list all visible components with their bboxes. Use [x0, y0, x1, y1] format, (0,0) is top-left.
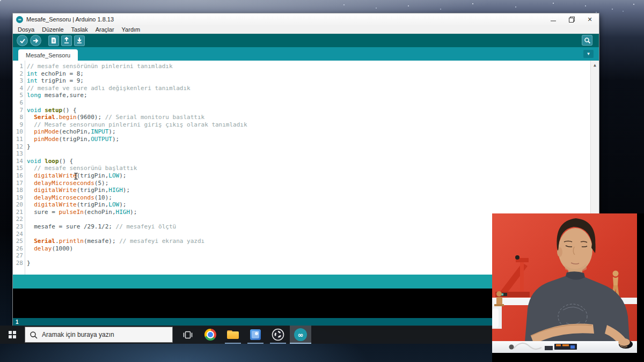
arduino-taskbar-icon: ∞	[294, 328, 307, 341]
serial-monitor-button[interactable]	[582, 35, 592, 46]
arduino-app-icon: ∞	[16, 16, 23, 23]
line-number: 13	[13, 150, 25, 158]
code-line[interactable]: int echoPin = 8;	[27, 70, 590, 78]
line-number: 25	[13, 238, 25, 245]
task-view-icon	[183, 331, 193, 339]
search-input[interactable]	[42, 331, 165, 338]
line-number: 21	[13, 209, 25, 216]
running-indicator	[225, 343, 241, 344]
line-number: 9	[13, 121, 25, 129]
line-number: 19	[13, 194, 25, 202]
close-button[interactable]: ✕	[581, 13, 599, 25]
code-line[interactable]: Serial.begin(9600); // Serial monitoru b…	[27, 114, 590, 121]
current-line-indicator: 1	[16, 319, 19, 325]
line-number: 28	[13, 260, 25, 267]
webcam-overlay	[492, 213, 644, 362]
minimize-button[interactable]	[544, 13, 562, 25]
tab-strip: Mesafe_Sensoru ▼	[13, 47, 599, 61]
upload-button[interactable]	[30, 35, 41, 46]
code-line[interactable]: long mesafe,sure;	[27, 92, 590, 99]
line-number: 3	[13, 77, 25, 85]
line-number: 8	[13, 114, 25, 121]
menu-bar: DosyaDüzenleTaslakAraçlarYardım	[13, 25, 599, 34]
taskbar-search-box[interactable]	[25, 327, 173, 343]
new-sketch-button[interactable]	[48, 35, 59, 46]
code-line[interactable]: }	[27, 143, 590, 151]
taskbar-obs-button[interactable]	[267, 326, 289, 344]
line-number: 11	[13, 136, 25, 143]
scrollbar-up-arrow-icon[interactable]: ▲	[591, 62, 599, 69]
line-number: 17	[13, 180, 25, 187]
task-view-button[interactable]	[177, 326, 199, 344]
line-number: 10	[13, 128, 25, 136]
running-indicator	[270, 343, 286, 344]
open-sketch-button[interactable]	[61, 35, 72, 46]
obs-studio-icon	[272, 328, 284, 341]
code-line[interactable]: digitalWrite(trigPin,LOW);	[27, 201, 590, 209]
code-line[interactable]: delayMicroseconds(5);	[27, 180, 590, 187]
line-number: 20	[13, 201, 25, 209]
line-number: 2	[13, 70, 25, 78]
menu-yardm[interactable]: Yardım	[118, 26, 144, 33]
line-number: 12	[13, 143, 25, 151]
windows-logo-icon	[9, 331, 16, 338]
tab-label: Mesafe_Sensoru	[26, 52, 70, 58]
title-bar: ∞ Mesafe_Sensoru | Arduino 1.8.13 ✕	[13, 13, 599, 25]
code-line[interactable]: // mesafe sensörünün pinlerini tanımladı…	[27, 63, 590, 70]
code-line[interactable]: void setup() {	[27, 107, 590, 114]
line-number: 27	[13, 252, 25, 260]
search-icon	[30, 331, 38, 339]
code-line[interactable]	[27, 99, 590, 107]
code-line[interactable]: // mesafe sensorünü başlattık	[27, 165, 590, 172]
restore-button[interactable]	[562, 13, 581, 25]
menu-aralar[interactable]: Araçlar	[92, 26, 118, 33]
code-line[interactable]: int trigPin = 9;	[27, 77, 590, 85]
code-line[interactable]: // mesafe ve sure adlı değişkenleri tanı…	[27, 85, 590, 92]
line-number: 5	[13, 92, 25, 99]
taskbar-photos-button[interactable]	[245, 326, 266, 344]
line-number-gutter: 1234567891011121314151617181920212223242…	[13, 61, 25, 275]
chrome-icon	[204, 329, 216, 341]
code-line[interactable]: digitalWrite(trigPin,LOW);	[27, 172, 590, 180]
tab-mesafe-sensoru[interactable]: Mesafe_Sensoru	[18, 49, 78, 61]
start-button[interactable]	[0, 326, 25, 344]
line-number: 15	[13, 165, 25, 172]
toolbar	[13, 34, 599, 47]
verify-button[interactable]	[17, 35, 28, 46]
line-number: 1	[13, 63, 25, 70]
line-number: 18	[13, 187, 25, 194]
code-line[interactable]: pinMode(echoPin,INPUT);	[27, 128, 590, 136]
line-number: 16	[13, 172, 25, 180]
taskbar-arduino-button[interactable]: ∞	[290, 326, 311, 344]
code-line[interactable]: digitalWrite(trigPin,HIGH);	[27, 187, 590, 194]
line-number: 4	[13, 85, 25, 92]
menu-dzenle[interactable]: Düzenle	[38, 26, 67, 33]
code-line[interactable]: pinMode(trigPin,OUTPUT);	[27, 136, 590, 143]
window-title: Mesafe_Sensoru | Arduino 1.8.13	[26, 16, 114, 23]
file-explorer-icon	[227, 330, 239, 339]
photos-icon	[250, 329, 261, 340]
save-sketch-button[interactable]	[74, 35, 85, 46]
line-number: 14	[13, 158, 25, 165]
line-number: 22	[13, 216, 25, 223]
code-line[interactable]: // Mesafe sensorunun pinlerini giriş çık…	[27, 121, 590, 129]
line-number: 24	[13, 231, 25, 238]
running-indicator	[247, 343, 264, 344]
line-number: 7	[13, 107, 25, 114]
wallpaper-city-lights	[0, 0, 1, 1]
menu-dosya[interactable]: Dosya	[14, 26, 38, 33]
tab-list-dropdown-button[interactable]: ▼	[583, 50, 594, 58]
active-indicator	[290, 343, 311, 344]
webcam-video-frame	[492, 213, 637, 353]
line-number: 23	[13, 223, 25, 231]
menu-taslak[interactable]: Taslak	[68, 26, 92, 33]
taskbar-file-explorer-button[interactable]	[222, 326, 244, 344]
code-line[interactable]: void loop() {	[27, 158, 590, 165]
text-cursor-icon	[74, 172, 78, 182]
line-number: 26	[13, 245, 25, 253]
line-number: 6	[13, 99, 25, 107]
taskbar-chrome-button[interactable]	[200, 326, 221, 344]
code-line[interactable]: delayMicroseconds(10);	[27, 194, 590, 202]
code-line[interactable]	[27, 150, 590, 158]
